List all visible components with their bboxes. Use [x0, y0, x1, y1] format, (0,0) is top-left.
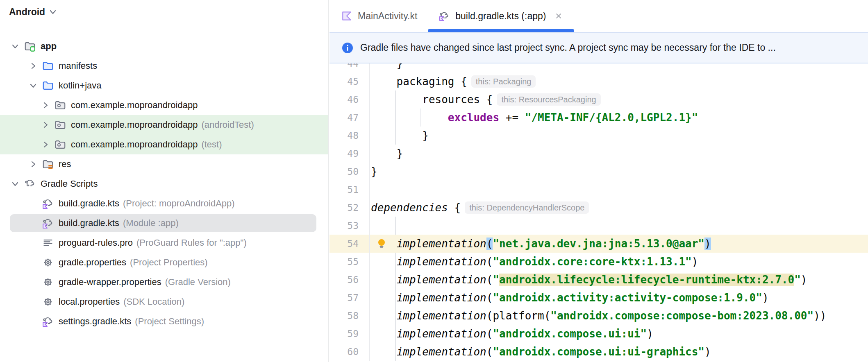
- resources-folder-icon: [42, 158, 54, 170]
- code-token: [371, 310, 397, 322]
- code-line-59[interactable]: 59 implementation("androidx.compose.ui:u…: [329, 325, 868, 343]
- code-text[interactable]: implementation("androidx.compose.ui:ui"): [370, 325, 868, 343]
- code-line-44[interactable]: 44 }: [329, 63, 868, 72]
- code-line-60[interactable]: 60 implementation("androidx.compose.ui:u…: [329, 343, 868, 361]
- notification-text: Gradle files have changed since last pro…: [360, 42, 776, 53]
- code-token: ": [794, 274, 801, 286]
- tab-label: build.gradle.kts (:app): [455, 11, 546, 22]
- chevron-right-icon[interactable]: [41, 101, 50, 110]
- gradle-kts-file-icon: [42, 217, 54, 229]
- tree-item-qualifier: (Gradle Version): [165, 277, 231, 287]
- tab-build-gradle-kts-app[interactable]: build.gradle.kts (:app): [428, 0, 574, 32]
- tree-item-label: com.example.moproandroidapp: [71, 139, 198, 150]
- line-number: 53: [329, 217, 370, 235]
- code-token: resources {: [371, 93, 493, 106]
- code-line-51[interactable]: 51: [329, 181, 868, 199]
- tree-item-package-main[interactable]: com.example.moproandroidapp: [0, 95, 328, 115]
- line-number: 44: [329, 63, 370, 72]
- chevron-right-icon[interactable]: [41, 140, 50, 149]
- tab-mainactivity-kt[interactable]: MainActivity.kt: [330, 0, 428, 32]
- code-text[interactable]: resources {this: ResourcesPackaging: [370, 90, 868, 109]
- chevron-down-icon[interactable]: [11, 179, 20, 188]
- code-line-53[interactable]: 53: [329, 217, 868, 235]
- code-token: "androidx.compose.ui:ui-graphics": [493, 346, 704, 358]
- code-line-47[interactable]: 47 excludes += "/META-INF/{AL2.0,LGPL2.1…: [329, 109, 868, 127]
- chevron-down-icon[interactable]: [29, 81, 38, 90]
- code-token: }: [371, 63, 403, 70]
- chevron-right-icon[interactable]: [41, 120, 50, 129]
- tree-item-label: manifests: [59, 61, 97, 71]
- chevron-down-icon[interactable]: [11, 42, 20, 51]
- code-token: "/META-INF/{AL2.0,LGPL2.1}": [525, 111, 698, 124]
- tree-item-proguard-rules[interactable]: proguard-rules.pro (ProGuard Rules for "…: [0, 233, 328, 253]
- tree-item-package-androidtest[interactable]: com.example.moproandroidapp (androidTest…: [0, 115, 328, 135]
- code-line-55[interactable]: 55 implementation("androidx.core:core-kt…: [329, 253, 868, 271]
- close-icon[interactable]: [554, 11, 564, 21]
- code-text[interactable]: implementation("androidx.compose.ui:ui-g…: [370, 343, 868, 361]
- code-line-52[interactable]: 52dependencies {this: DependencyHandlerS…: [329, 199, 868, 217]
- code-token: ": [493, 274, 499, 286]
- code-token: }: [371, 147, 403, 160]
- code-text[interactable]: excludes += "/META-INF/{AL2.0,LGPL2.1}": [370, 109, 868, 127]
- tree-item-build-gradle-module-app[interactable]: build.gradle.kts (Module :app): [0, 213, 328, 233]
- code-line-45[interactable]: 45 packaging {this: Packaging: [329, 72, 868, 90]
- code-editor[interactable]: 44 }45 packaging {this: Packaging46 reso…: [329, 63, 868, 362]
- tree-item-build-gradle-project[interactable]: build.gradle.kts (Project: moproAndroidA…: [0, 194, 328, 213]
- android-studio-window: Android app manifests kotlin+java: [0, 0, 868, 362]
- code-token: }: [371, 129, 429, 142]
- code-text[interactable]: }: [370, 127, 868, 145]
- tree-item-qualifier: (androidTest): [201, 120, 254, 130]
- tree-item-gradle-wrapper-properties[interactable]: gradle-wrapper.properties (Gradle Versio…: [0, 272, 328, 292]
- line-number: 59: [329, 325, 370, 343]
- tree-item-settings-gradle[interactable]: settings.gradle.kts (Project Settings): [0, 312, 328, 331]
- code-text[interactable]: }: [370, 63, 868, 72]
- code-text[interactable]: [370, 181, 868, 199]
- code-text[interactable]: implementation("androidx.lifecycle:lifec…: [370, 271, 868, 289]
- code-text[interactable]: implementation("androidx.activity:activi…: [370, 289, 868, 307]
- chevron-right-icon[interactable]: [29, 160, 38, 169]
- code-line-57[interactable]: 57 implementation("androidx.activity:act…: [329, 289, 868, 307]
- inlay-hint[interactable]: this: DependencyHandlerScope: [465, 201, 589, 214]
- intention-bulb-icon[interactable]: [375, 238, 388, 250]
- tree-item-gradle-scripts[interactable]: Gradle Scripts: [0, 174, 328, 194]
- gear-icon: [42, 256, 54, 269]
- code-line-48[interactable]: 48 }: [329, 127, 868, 145]
- tree-item-qualifier: (Project Settings): [135, 316, 204, 327]
- tree-item-local-properties[interactable]: local.properties (SDK Location): [0, 292, 328, 312]
- code-token: dependencies: [371, 201, 448, 214]
- code-text[interactable]: implementation(platform("androidx.compos…: [370, 307, 868, 325]
- code-token: implementation: [397, 274, 486, 286]
- tree-item-kotlin-java[interactable]: kotlin+java: [0, 76, 328, 95]
- tree-item-label: com.example.moproandroidapp: [71, 100, 198, 111]
- tree-item-gradle-properties[interactable]: gradle.properties (Project Properties): [0, 253, 328, 272]
- code-text[interactable]: packaging {this: Packaging: [370, 72, 868, 90]
- code-line-46[interactable]: 46 resources {this: ResourcesPackaging: [329, 90, 868, 109]
- code-token: [371, 292, 397, 304]
- code-token: excludes: [448, 111, 499, 124]
- code-line-50[interactable]: 50}: [329, 163, 868, 181]
- tree-item-manifests[interactable]: manifests: [0, 56, 328, 76]
- code-text[interactable]: [370, 217, 868, 235]
- code-line-58[interactable]: 58 implementation(platform("androidx.com…: [329, 307, 868, 325]
- code-line-54[interactable]: 54 implementation("net.java.dev.jna:jna:…: [329, 235, 868, 253]
- line-number: 48: [329, 127, 370, 145]
- code-token: [371, 256, 397, 268]
- tree-item-res[interactable]: res: [0, 154, 328, 174]
- project-view-selector[interactable]: Android: [9, 5, 61, 19]
- tree-item-label: res: [59, 159, 71, 170]
- code-line-49[interactable]: 49 }: [329, 145, 868, 163]
- tree-item-app[interactable]: app: [0, 36, 328, 56]
- code-text[interactable]: dependencies {this: DependencyHandlerSco…: [370, 199, 868, 217]
- inlay-hint[interactable]: this: Packaging: [471, 75, 536, 88]
- code-token: implementation: [397, 346, 486, 358]
- code-text[interactable]: implementation("androidx.core:core-ktx:1…: [370, 253, 868, 271]
- line-number: 57: [329, 289, 370, 307]
- inlay-hint[interactable]: this: ResourcesPackaging: [497, 93, 600, 106]
- tree-item-package-test[interactable]: com.example.moproandroidapp (test): [0, 135, 328, 154]
- code-text[interactable]: }: [370, 163, 868, 181]
- chevron-right-icon[interactable]: [29, 61, 38, 70]
- code-text[interactable]: }: [370, 145, 868, 163]
- code-line-56[interactable]: 56 implementation("androidx.lifecycle:li…: [329, 271, 868, 289]
- tree-indent-spacer: [29, 278, 42, 287]
- code-text[interactable]: implementation("net.java.dev.jna:jna:5.1…: [370, 235, 868, 253]
